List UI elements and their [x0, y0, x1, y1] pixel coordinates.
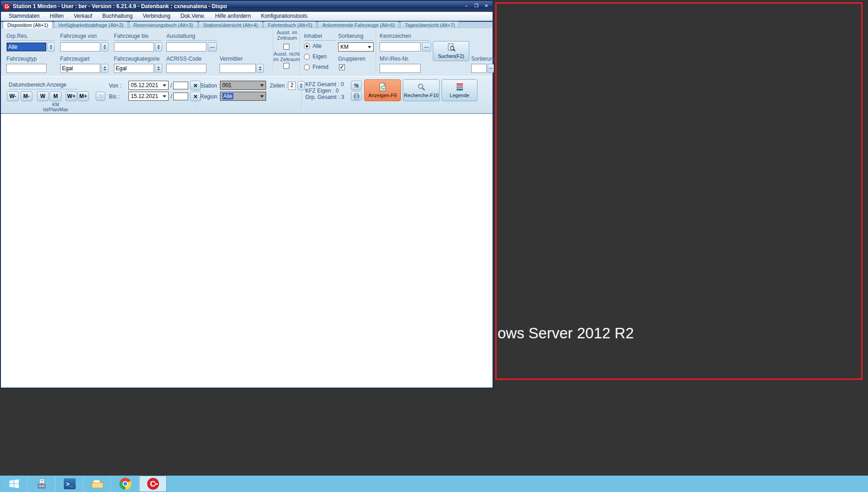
week-forward-button[interactable]: W+ — [66, 91, 77, 101]
menu-hilfe-anfordern[interactable]: Hilfe anfordern — [210, 12, 256, 21]
fahrzeugtyp-input[interactable] — [6, 64, 46, 73]
tab-bar: Disposition (Alt+1) Verfügbarkeitsabfrag… — [1, 21, 493, 28]
spinner-icon[interactable] — [101, 42, 108, 52]
sortierung-value: KM — [340, 44, 349, 50]
chrome-button[interactable] — [111, 476, 139, 492]
tab-reservierungsbuch[interactable]: Reservierungsbuch (Alt+3) — [129, 21, 198, 28]
mv-res-nr-input[interactable] — [380, 64, 421, 73]
week-button[interactable]: W — [37, 91, 49, 101]
filter-panel: Grp.Res. Fahrzeuge von Fahrzeuge bis Aus… — [1, 28, 493, 76]
ausstattung-input[interactable] — [166, 42, 206, 52]
printer-icon — [353, 93, 360, 99]
menu-verbindung[interactable]: Verbindung — [138, 12, 175, 21]
spinner-icon[interactable] — [101, 64, 108, 73]
region-dropdown[interactable]: Alle — [220, 92, 266, 101]
tab-ankommende-fahrzeuge[interactable]: Ankommende Fahrzeuge (Alt+6) — [318, 21, 399, 28]
bis-time-input[interactable] — [173, 93, 188, 100]
acriss-code-input[interactable] — [166, 64, 206, 73]
windows-logo-icon — [8, 478, 20, 490]
station-dropdown[interactable]: 001 — [220, 81, 266, 90]
tab-verfuegbarkeitsabfrage[interactable]: Verfügbarkeitsabfrage (Alt+2) — [54, 21, 128, 28]
maximize-button[interactable]: ❐ — [473, 3, 480, 9]
legend-colors-icon — [456, 83, 463, 91]
menu-hilfen[interactable]: Hilfen — [45, 12, 69, 21]
spinner-icon[interactable] — [47, 42, 55, 52]
fahrzeugart-value: Egal — [60, 64, 100, 73]
dispo-window: C Station 1 Minden - User : ber - Versio… — [0, 0, 493, 388]
fahrzeuge-von-label: Fahrzeuge von — [60, 33, 97, 39]
von-date-value: 05.12.2021 — [131, 82, 158, 88]
sortierung2-browse-button[interactable]: ... — [488, 64, 494, 73]
tab-stationsuebersicht[interactable]: Stationsübersicht (Alt+4) — [199, 21, 262, 28]
kennzeichen-input[interactable] — [380, 42, 421, 52]
server-manager-icon — [36, 478, 48, 490]
von-time-input[interactable] — [173, 82, 188, 89]
vermittler-input[interactable] — [220, 64, 264, 73]
sortierung-dropdown[interactable]: KM — [338, 42, 374, 52]
inhaber-eigen-radio[interactable]: Eigen — [304, 53, 327, 60]
print-button[interactable] — [351, 91, 362, 101]
week-back-button[interactable]: W- — [7, 91, 19, 101]
anzeigen-button[interactable]: Anzeigen-F9 — [364, 79, 401, 101]
file-explorer-button[interactable] — [83, 476, 111, 492]
kennzeichen-browse-button[interactable]: ... — [422, 42, 431, 52]
von-date-dropdown[interactable]: 05.12.2021 — [128, 81, 169, 90]
zeilen-spinner[interactable] — [298, 81, 305, 90]
sortierung2-input[interactable] — [471, 64, 487, 73]
server-manager-button[interactable] — [28, 476, 56, 492]
spinner-icon[interactable] — [155, 64, 162, 73]
menu-buchhaltung[interactable]: Buchhaltung — [97, 12, 138, 21]
fahrzeuge-von-input[interactable] — [60, 42, 108, 52]
recherche-button[interactable]: Recherche-F10 — [403, 79, 440, 101]
powershell-button[interactable]: >_ — [56, 476, 83, 492]
grp-res-combo[interactable]: Alle — [6, 42, 55, 52]
kfz-eigen-label: KFZ Eigen : 0 — [305, 88, 339, 94]
menu-konfigurationstools[interactable]: Konfigurationstools — [256, 12, 313, 21]
menu-dokverw[interactable]: Dok.Verw. — [175, 12, 210, 21]
mv-res-nr-label: MV-/Res-Nr. — [380, 56, 409, 62]
dispo-app-button[interactable]: C — [139, 476, 167, 492]
month-back-button[interactable]: M- — [21, 91, 32, 101]
fahrzeugkategorie-combo[interactable]: Egal — [114, 64, 162, 73]
ausstattung-label: Ausstattung — [166, 33, 195, 39]
vermittler-label: Vermittler — [220, 56, 243, 62]
undo-arrow-button[interactable] — [96, 92, 105, 101]
start-button[interactable] — [0, 476, 28, 492]
date-range-toolbar: Datumsbereich Anzeige W- M- W M W+ M+ KM… — [1, 76, 493, 114]
month-forward-button[interactable]: M+ — [77, 91, 89, 101]
inhaber-alle-radio[interactable]: Alle — [304, 43, 322, 49]
ausst-nicht-im-zeitraum-label: Ausst. nichtim Zeitraum — [273, 51, 300, 62]
inhaber-fremd-radio[interactable]: Fremd — [304, 64, 329, 70]
ausstattung-browse-button[interactable]: ... — [208, 42, 217, 52]
zeilen-input[interactable]: 2 — [288, 82, 296, 90]
spinner-icon[interactable] — [257, 64, 264, 73]
legende-button[interactable]: Legende — [442, 79, 478, 101]
menu-stammdaten[interactable]: Stammdaten — [4, 12, 45, 21]
folder-icon — [91, 478, 104, 489]
month-button[interactable]: M — [50, 91, 62, 101]
tab-tagesuebersicht[interactable]: Tagesübersicht (Alt+7) — [400, 21, 459, 28]
bis-clear-button[interactable]: ✕ — [190, 92, 201, 101]
tab-disposition[interactable]: Disposition (Alt+1) — [3, 21, 53, 28]
suchen-button[interactable]: Suchen(F2) — [433, 41, 469, 61]
close-button[interactable]: ✕ — [483, 3, 490, 9]
spinner-icon[interactable] — [155, 42, 162, 52]
percent-button[interactable]: % — [351, 81, 362, 90]
von-clear-button[interactable]: ✕ — [190, 81, 201, 90]
tab-fahrtenbuch[interactable]: Fahrtenbuch (Alt+5) — [263, 21, 317, 28]
menu-verkauf[interactable]: Verkauf — [69, 12, 98, 21]
fahrzeuge-bis-input[interactable] — [114, 42, 162, 52]
von-label: Von : — [109, 83, 121, 89]
ausst-nicht-im-zeitraum-checkbox[interactable] — [283, 63, 289, 69]
powershell-icon: >_ — [64, 478, 76, 489]
bis-date-dropdown[interactable]: 15.12.2021 — [128, 92, 169, 101]
bis-label: Bis : — [109, 93, 119, 100]
inhaber-label: Inhaber — [304, 33, 323, 39]
gruppieren-checkbox[interactable] — [339, 64, 345, 70]
fahrzeugkategorie-value: Egal — [114, 64, 154, 73]
chevron-down-icon — [163, 95, 166, 98]
chevron-down-icon — [260, 95, 264, 98]
ausst-im-zeitraum-checkbox[interactable] — [283, 44, 289, 50]
minimize-button[interactable]: – — [463, 3, 470, 9]
fahrzeugart-combo[interactable]: Egal — [60, 64, 108, 73]
